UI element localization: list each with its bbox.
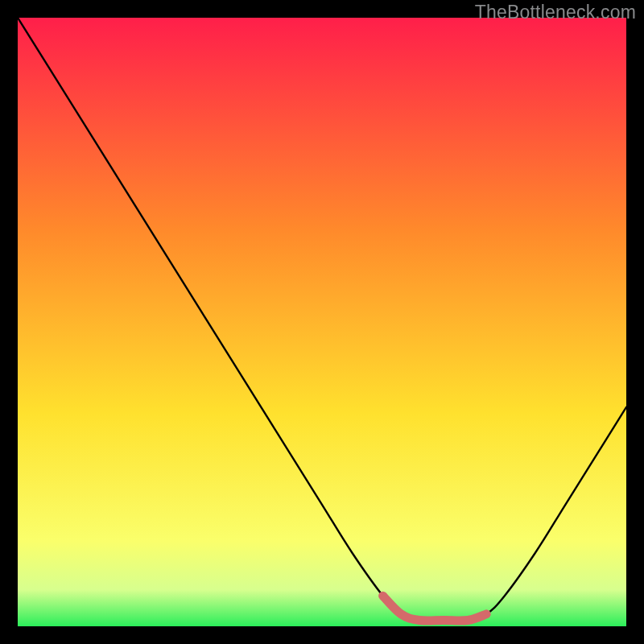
watermark-text: TheBottleneck.com	[475, 2, 636, 23]
chart-frame	[18, 18, 626, 626]
gradient-background	[18, 18, 626, 626]
bottleneck-chart	[18, 18, 626, 626]
